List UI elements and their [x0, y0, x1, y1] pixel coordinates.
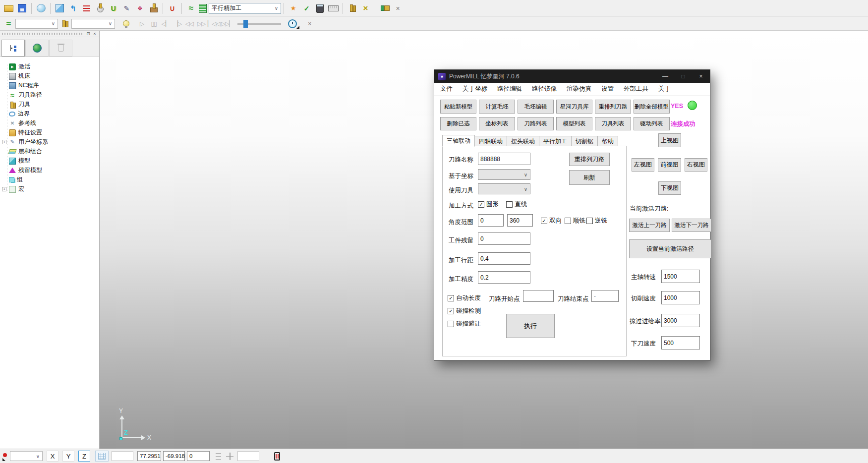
coordinate-list-button[interactable]: 坐标列表 — [479, 117, 515, 130]
pencil-edit-icon[interactable]: ✎ — [120, 2, 133, 14]
start-point-input[interactable] — [523, 290, 554, 302]
tree-item-stock-models[interactable]: 残留模型 — [0, 166, 99, 175]
search-forward-button[interactable]: ▷▷ — [196, 18, 207, 29]
pause-button[interactable]: ▯▯ — [148, 18, 159, 29]
step-forward-button[interactable]: ▕▷ — [172, 18, 183, 29]
tree-item-macros[interactable]: + 宏 — [0, 184, 99, 194]
activate-prev-button[interactable]: 激活上一刀路 — [629, 219, 670, 232]
tab-help[interactable]: 帮助 — [598, 136, 618, 147]
record-dot-icon[interactable] — [1, 451, 9, 461]
tool-combo[interactable]: ∨ — [478, 183, 530, 194]
tree-item-patterns[interactable]: ✕ 参考线 — [0, 118, 99, 128]
lightbulb-icon[interactable] — [120, 17, 132, 30]
delete-all-models-button[interactable]: 删除全部模型 — [634, 100, 670, 114]
tree-item-feature-sets[interactable]: 特征设置 — [0, 128, 99, 137]
xinghe-tool-library-button[interactable]: 星河刀具库 — [556, 100, 592, 114]
coord-combo[interactable]: ∨ — [478, 169, 530, 180]
tool-block-icon[interactable] — [147, 2, 160, 14]
minimize-button[interactable]: — — [656, 70, 674, 83]
calculator-icon[interactable] — [314, 2, 326, 14]
menu-settings[interactable]: 设置 — [596, 85, 619, 93]
go-end-button[interactable]: ▷▷▏ — [221, 18, 233, 29]
save-project-icon[interactable] — [16, 2, 28, 14]
panel-grip[interactable]: ⊡ × — [0, 31, 99, 37]
tool-check-icon[interactable]: ✓ — [300, 2, 313, 14]
angle-from-input[interactable] — [478, 214, 504, 227]
menu-external-tools[interactable]: 外部工具 — [619, 85, 653, 93]
tolerance-input[interactable] — [478, 271, 530, 284]
compute-block-button[interactable]: 计算毛坯 — [479, 100, 515, 114]
bidirectional-checkbox[interactable]: ✓ 双向 — [541, 217, 562, 225]
toolpath-list-button[interactable]: 刀路列表 — [518, 117, 554, 130]
collision-check-checkbox[interactable]: ✓ 碰撞检测 — [448, 307, 481, 315]
close-toolbar-icon[interactable]: × — [392, 2, 404, 14]
tree-item-workplanes[interactable]: + ✎ 用户坐标系 — [0, 137, 99, 147]
spindle-speed-input[interactable] — [661, 270, 700, 283]
status-blank-field-1[interactable] — [112, 451, 133, 461]
tool-pair-icon[interactable] — [346, 2, 358, 14]
tab-recycle[interactable] — [49, 40, 72, 57]
line-checkbox[interactable]: 直线 — [506, 200, 527, 209]
tree-item-tools[interactable]: 刀具 — [0, 100, 99, 109]
close-button[interactable]: × — [692, 70, 710, 83]
status-blank-field-2[interactable] — [237, 451, 259, 461]
auto-length-checkbox[interactable]: ✓ 自动长度 — [448, 294, 481, 302]
conventional-mill-checkbox[interactable]: 逆铣 — [586, 217, 607, 225]
drive-list-button[interactable]: 驱动列表 — [634, 117, 670, 130]
locate-cursor-icon[interactable] — [226, 453, 233, 460]
status-combo[interactable]: ∨ — [10, 451, 43, 461]
refresh-button[interactable]: 刷新 — [569, 170, 610, 185]
block-icon[interactable] — [54, 2, 66, 14]
tool-list-button[interactable]: 刀具列表 — [595, 117, 631, 130]
tree-item-models[interactable]: 模型 — [0, 156, 99, 166]
front-view-button[interactable]: 前视图 — [658, 158, 681, 172]
tool-star-icon[interactable]: ★ — [287, 2, 299, 14]
tab-swivel-head[interactable]: 摆头联动 — [507, 136, 539, 147]
angle-to-input[interactable] — [507, 214, 533, 227]
right-view-button[interactable]: 右视图 — [685, 158, 707, 172]
sim-toolpath-combo[interactable]: ∨ — [15, 19, 58, 29]
activate-next-button[interactable]: 激活下一刀路 — [672, 219, 711, 232]
stepover-input[interactable] — [478, 252, 530, 265]
tool-simulation-icon[interactable]: ∪ — [166, 2, 178, 14]
tree-item-machine[interactable]: 机床 — [0, 71, 99, 81]
grid-button[interactable] — [95, 451, 109, 462]
menu-file[interactable]: 文件 — [435, 85, 458, 93]
menu-coordinates[interactable]: 关于坐标 — [458, 85, 492, 93]
z-axis-button[interactable]: Z — [78, 451, 90, 462]
tree-item-activate[interactable]: ▶ 激活 — [0, 62, 99, 71]
climb-mill-checkbox[interactable]: 顺铣 — [565, 217, 585, 225]
pattern-points-icon[interactable]: ❖ — [134, 2, 146, 14]
tab-4axis[interactable]: 四轴联动 — [475, 136, 507, 147]
tree-item-toolpaths[interactable]: ≈ 刀具路径 — [0, 90, 99, 100]
menu-path-edit[interactable]: 路径编辑 — [492, 85, 527, 93]
toolpath-spring-icon[interactable]: ≈ — [185, 2, 197, 14]
play-button[interactable]: ▷ — [136, 18, 147, 29]
tab-explorer-tree[interactable] — [1, 40, 25, 57]
tab-parallel[interactable]: 平行加工 — [539, 136, 572, 147]
circle-checkbox[interactable]: ✓ 圆形 — [478, 200, 499, 209]
top-view-button[interactable]: 上视图 — [658, 133, 681, 147]
tab-saw[interactable]: 切割锯 — [572, 136, 598, 147]
shaded-view-icon[interactable] — [35, 2, 47, 14]
clock-icon[interactable] — [288, 19, 297, 28]
skim-feed-input[interactable] — [661, 314, 700, 327]
y-axis-button[interactable]: Y — [62, 451, 74, 462]
model-list-button[interactable]: 模型列表 — [556, 117, 592, 130]
end-point-input[interactable] — [591, 290, 619, 302]
tree-item-nc-programs[interactable]: NC程序 — [0, 81, 99, 90]
nc-cubes-icon[interactable] — [378, 2, 391, 14]
dialog-titlebar[interactable]: ★ PowerMILL 忆梦星河 7.0.6 — □ × — [434, 70, 710, 83]
rearrange-button[interactable]: 重排列刀路 — [569, 153, 610, 166]
x-axis-button[interactable]: X — [47, 451, 58, 462]
ball-tool-icon[interactable] — [94, 2, 106, 14]
simulation-speed-slider[interactable] — [237, 19, 281, 28]
rearrange-toolpaths-button[interactable]: 重排列刀路 — [595, 100, 631, 114]
menu-path-mirror[interactable]: 路径镜像 — [527, 85, 562, 93]
ruler-icon[interactable] — [327, 2, 340, 14]
collision-avoid-checkbox[interactable]: 碰撞避让 — [448, 320, 481, 328]
tree-item-groups[interactable]: 组 — [0, 175, 99, 184]
sim-tool-combo[interactable]: ∨ — [71, 19, 115, 29]
rapid-move-arrow-icon[interactable]: ↰ — [67, 2, 79, 14]
xyz-list-icon[interactable] — [215, 453, 222, 460]
